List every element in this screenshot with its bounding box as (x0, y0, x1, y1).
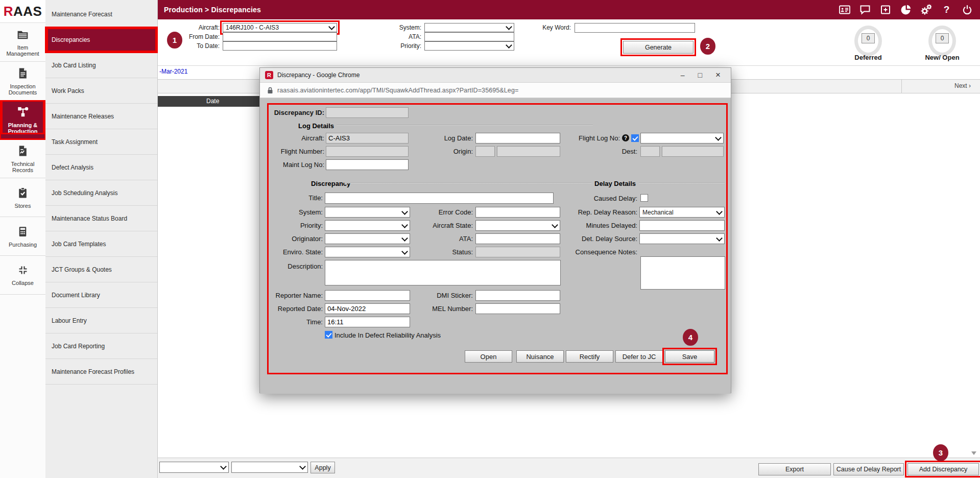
consequence-notes-textarea[interactable] (640, 256, 725, 290)
rectify-button[interactable]: Rectify (566, 350, 613, 363)
sidebar-item-purchasing[interactable]: Purchasing (0, 217, 45, 256)
bottom-filter-select-2[interactable] (231, 462, 308, 473)
date-link[interactable]: -Mar-2021 (159, 68, 187, 75)
reporter-name-input[interactable] (325, 290, 410, 301)
maint-log-no-label: Maint Log No: (263, 161, 324, 169)
rep-delay-reason-select[interactable]: Mechanical (639, 207, 725, 218)
originator-select[interactable] (325, 233, 410, 244)
menu-item-document-library[interactable]: Document Library (45, 282, 157, 308)
sitemap-icon (16, 105, 30, 120)
settings-gears-icon[interactable] (919, 3, 933, 17)
menu-item-task-assignment[interactable]: Task Assignment (45, 129, 157, 155)
sidebar-item-item-management[interactable]: Item Management (0, 23, 45, 62)
system-select[interactable] (325, 207, 410, 218)
origin-code-input (475, 146, 495, 157)
flight-number-label: Flight Number: (263, 148, 324, 155)
log-date-input[interactable] (475, 133, 560, 144)
discrepancy-id-label: Discrepancy ID: (263, 109, 324, 116)
menu-item-job-card-templates[interactable]: Job Card Templates (45, 231, 157, 257)
priority-filter-select[interactable] (424, 41, 514, 51)
cause-of-delay-report-button[interactable]: Cause of Delay Report (833, 463, 904, 475)
maximize-button[interactable]: □ (698, 71, 702, 79)
popup-url-bar[interactable]: raasais.aviationintertec.com/app/TMI/Squ… (260, 83, 731, 98)
save-button[interactable]: Save (665, 350, 714, 363)
from-date-input[interactable] (223, 32, 337, 41)
reported-date-input[interactable] (325, 303, 410, 314)
open-button[interactable]: Open (465, 350, 512, 363)
aircraft-state-select[interactable] (475, 220, 560, 231)
add-window-icon[interactable] (878, 3, 892, 17)
dest-name-input (662, 146, 724, 157)
menu-item-work-packs[interactable]: Work Packs (45, 78, 157, 104)
ata-filter-label: ATA: (370, 33, 421, 40)
deferred-label: Deferred (838, 54, 899, 61)
menu-item-maintenance-status-board[interactable]: Maintenanace Status Board (45, 206, 157, 231)
menu-item-job-scheduling-analysis[interactable]: Job Scheduling Analysis (45, 180, 157, 206)
ata-filter-input[interactable] (424, 32, 514, 41)
sidebar-item-planning-production[interactable]: Planning & Production (0, 101, 45, 139)
close-button[interactable]: × (715, 71, 721, 79)
mel-number-input[interactable] (475, 303, 560, 314)
menu-item-jct-groups-quotes[interactable]: JCT Groups & Quotes (45, 257, 157, 282)
aircraft-select[interactable]: 146RJ100 - C-AIS3 (223, 23, 337, 32)
bottom-filter-select-1[interactable] (159, 462, 229, 473)
menu-item-defect-analysis[interactable]: Defect Analysis (45, 155, 157, 180)
menu-item-job-card-reporting[interactable]: Job Card Reporting (45, 333, 157, 359)
status-label: Status: (412, 248, 473, 256)
flight-log-no-label: Flight Log No: (548, 134, 620, 142)
menu-item-maintenance-forecast-profiles[interactable]: Maintenance Forecast Profiles (45, 359, 157, 385)
minimize-button[interactable]: – (681, 71, 685, 79)
flight-log-no-select[interactable] (640, 133, 724, 144)
origin-label: Origin: (412, 148, 473, 155)
system-filter-select[interactable] (424, 23, 514, 32)
keyword-input[interactable] (575, 23, 695, 33)
to-date-input[interactable] (223, 41, 337, 51)
status-input (475, 247, 560, 257)
ata-input[interactable] (475, 233, 560, 244)
sidebar-item-inspection-documents[interactable]: Inspection Documents (0, 62, 45, 101)
generate-button[interactable]: Generate (623, 41, 694, 54)
sidebar-item-stores[interactable]: Stores (0, 178, 45, 217)
export-button[interactable]: Export (758, 463, 831, 475)
time-input[interactable] (325, 317, 410, 327)
menu-item-discrepancies[interactable]: Discrepancies (45, 27, 157, 53)
id-card-icon[interactable] (838, 3, 851, 17)
help-icon[interactable]: ? (622, 134, 629, 141)
power-icon[interactable] (960, 3, 974, 17)
collapse-arrows-icon (17, 264, 29, 278)
caused-delay-checkbox[interactable] (640, 194, 648, 202)
flight-log-checkbox[interactable] (631, 134, 639, 142)
menu-item-job-card-listing[interactable]: Job Card Listing (45, 53, 157, 78)
description-textarea[interactable] (325, 260, 561, 285)
include-reliability-label: Include In Defect Reliability Analysis (334, 331, 498, 339)
menu-item-labour-entry[interactable]: Labour Entry (45, 308, 157, 333)
dmi-sticker-input[interactable] (475, 290, 560, 301)
menu-item-maintenance-releases[interactable]: Maintenance Releases (45, 104, 157, 129)
apply-button[interactable]: Apply (310, 462, 335, 473)
pie-chart-icon[interactable] (899, 3, 913, 17)
sidebar-item-technical-records[interactable]: Technical Records (0, 139, 45, 178)
dmi-sticker-label: DMI Sticker: (412, 292, 473, 299)
minutes-delayed-input[interactable] (639, 220, 725, 231)
menu-item-maintenance-forecast[interactable]: Maintenance Forecast (45, 2, 157, 27)
keyword-filter-label: Key Word: (520, 24, 571, 31)
help-icon[interactable]: ? (940, 3, 953, 17)
nuisance-button[interactable]: Nuisance (516, 350, 564, 363)
next-page-link[interactable]: Next › (954, 82, 971, 89)
maint-log-no-input[interactable] (326, 159, 409, 170)
add-discrepancy-button[interactable]: Add Discrepancy (907, 463, 979, 475)
include-reliability-checkbox[interactable] (325, 331, 332, 339)
enviro-state-select[interactable] (325, 247, 410, 257)
chevron-down-icon (220, 463, 227, 470)
title-input[interactable] (325, 193, 554, 204)
error-code-input[interactable] (475, 207, 560, 218)
defer-to-jc-button[interactable]: Defer to JC (615, 350, 663, 363)
popup-title-bar[interactable]: R Discrepancy - Google Chrome – □ × (260, 68, 731, 83)
delay-details-header: Delay Details (590, 180, 636, 187)
discrepancy-form: Discrepancy ID: Log Details Aircraft: Lo… (260, 98, 731, 394)
system-label: System: (263, 208, 323, 216)
sidebar-collapse-button[interactable]: Collapse (0, 256, 45, 295)
priority-select[interactable] (325, 220, 410, 231)
chat-icon[interactable] (858, 3, 872, 17)
det-delay-source-select[interactable] (639, 233, 725, 244)
